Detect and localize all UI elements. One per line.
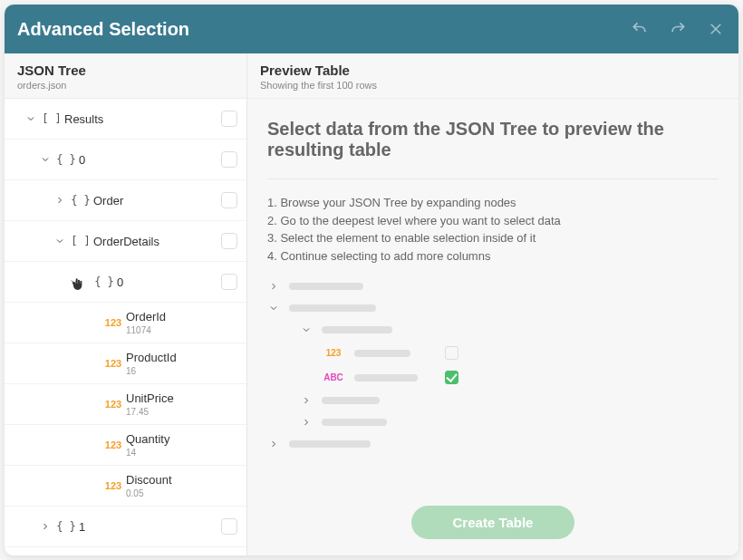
- type-object-icon: { }: [68, 194, 93, 207]
- type-object-icon: { }: [92, 275, 117, 288]
- undo-icon[interactable]: [630, 19, 650, 39]
- node-label: Order: [93, 194, 123, 208]
- leaf-name: Quantity: [126, 432, 237, 446]
- chevron-right-icon: [267, 281, 280, 292]
- tree-leaf-orderid[interactable]: 123 OrderId 11074: [5, 303, 246, 343]
- node-checkbox[interactable]: [221, 111, 237, 127]
- leaf-value: 17.45: [126, 407, 237, 417]
- redo-icon[interactable]: [668, 19, 688, 39]
- node-checkbox[interactable]: [221, 274, 237, 290]
- type-object-icon: { }: [53, 153, 79, 166]
- skeleton-bar: [289, 440, 371, 448]
- chevron-right-icon[interactable]: [52, 195, 68, 206]
- skeleton-bar: [289, 304, 376, 312]
- json-tree-title: JSON Tree: [17, 63, 234, 78]
- dialog-body: JSON Tree orders.json [ ] Results { } 0: [5, 53, 738, 555]
- type-number-icon: 123: [101, 399, 126, 410]
- instruction-item: 4. Continue selecting to add more column…: [267, 247, 719, 266]
- chevron-right-icon: [300, 395, 313, 406]
- dialog-title: Advanced Selection: [17, 19, 630, 40]
- preview-header: Preview Table Showing the first 100 rows: [247, 53, 738, 99]
- preview-panel: Preview Table Showing the first 100 rows…: [247, 53, 738, 555]
- preview-title: Preview Table: [260, 63, 726, 78]
- skeleton-row: [267, 281, 719, 292]
- leaf-name: ProductId: [126, 351, 237, 364]
- close-icon[interactable]: [706, 19, 726, 39]
- node-checkbox[interactable]: [221, 233, 237, 249]
- type-number-icon: 123: [101, 317, 126, 328]
- chevron-down-icon[interactable]: [23, 113, 39, 124]
- chevron-down-icon[interactable]: [37, 154, 53, 165]
- skeleton-bar: [354, 350, 410, 357]
- type-array-icon: [ ]: [68, 235, 93, 247]
- chevron-down-icon[interactable]: [66, 276, 82, 287]
- instructions-list: 1. Browse your JSON Tree by expanding no…: [267, 194, 719, 265]
- skeleton-checkbox-checked: [445, 371, 458, 384]
- tree-node-details-0[interactable]: { } 0: [5, 262, 246, 303]
- leaf-value: 11074: [126, 325, 237, 335]
- node-label: 0: [79, 153, 85, 167]
- divider: [267, 179, 719, 179]
- node-label: Results: [64, 112, 103, 126]
- skeleton-row: 123: [322, 346, 719, 360]
- tree-node-1[interactable]: { } 1: [5, 507, 246, 547]
- skeleton-row: [267, 439, 719, 449]
- tree-node-orderdetails[interactable]: [ ] OrderDetails: [5, 221, 246, 262]
- node-checkbox[interactable]: [221, 518, 237, 535]
- leaf-name: OrderId: [126, 310, 237, 323]
- skeleton-checkbox: [445, 346, 458, 360]
- type-object-icon: { }: [53, 520, 79, 533]
- leaf-name: UnitPrice: [126, 391, 237, 405]
- skeleton-tree: 123 ABC: [267, 281, 719, 449]
- chevron-right-icon[interactable]: [37, 521, 53, 532]
- skeleton-bar: [354, 374, 418, 381]
- tree-leaf-unitprice[interactable]: 123 UnitPrice 17.45: [5, 384, 246, 425]
- type-string-icon: ABC: [322, 372, 345, 382]
- chevron-down-icon[interactable]: [52, 236, 68, 246]
- skeleton-bar: [322, 419, 387, 426]
- node-label: OrderDetails: [93, 235, 159, 248]
- node-checkbox[interactable]: [221, 192, 237, 208]
- chevron-right-icon: [267, 439, 280, 449]
- skeleton-row: [300, 324, 719, 335]
- footer-bar: Create Table: [247, 493, 738, 555]
- instruction-item: 1. Browse your JSON Tree by expanding no…: [267, 194, 719, 212]
- type-number-icon: 123: [322, 348, 345, 358]
- titlebar: Advanced Selection: [5, 5, 738, 53]
- type-number-icon: 123: [101, 358, 126, 369]
- instruction-item: 3. Select the element to enable selectio…: [267, 229, 719, 247]
- tree-node-0[interactable]: { } 0: [5, 140, 246, 180]
- dialog-window: Advanced Selection JSON Tree orders.json: [5, 5, 738, 555]
- chevron-down-icon: [300, 324, 313, 335]
- node-checkbox[interactable]: [221, 151, 237, 168]
- tree-node-order[interactable]: { } Order: [5, 180, 246, 221]
- skeleton-row: [300, 417, 719, 428]
- json-tree[interactable]: [ ] Results { } 0 { } Order: [5, 99, 246, 555]
- chevron-down-icon: [267, 303, 280, 314]
- preview-heading: Select data from the JSON Tree to previe…: [267, 119, 719, 160]
- leaf-value: 16: [126, 366, 237, 376]
- skeleton-row: ABC: [322, 371, 719, 384]
- type-number-icon: 123: [101, 439, 126, 450]
- tree-leaf-quantity[interactable]: 123 Quantity 14: [5, 425, 246, 466]
- skeleton-bar: [322, 397, 380, 404]
- tree-leaf-productid[interactable]: 123 ProductId 16: [5, 343, 246, 384]
- skeleton-bar: [289, 283, 363, 290]
- json-tree-panel: JSON Tree orders.json [ ] Results { } 0: [5, 53, 247, 555]
- create-table-button[interactable]: Create Table: [411, 506, 575, 539]
- leaf-name: Discount: [126, 473, 237, 487]
- tree-leaf-discount[interactable]: 123 Discount 0.05: [5, 466, 246, 507]
- leaf-value: 14: [126, 448, 237, 458]
- titlebar-actions: [630, 19, 726, 39]
- preview-body: Select data from the JSON Tree to previe…: [247, 99, 738, 555]
- preview-subtitle: Showing the first 100 rows: [260, 80, 726, 91]
- leaf-value: 0.05: [126, 488, 237, 498]
- type-array-icon: [ ]: [39, 112, 64, 125]
- node-label: 1: [79, 520, 85, 534]
- node-label: 0: [117, 275, 123, 289]
- type-number-icon: 123: [101, 480, 126, 491]
- skeleton-bar: [322, 326, 392, 333]
- skeleton-row: [267, 303, 719, 314]
- tree-node-results[interactable]: [ ] Results: [5, 99, 246, 140]
- json-tree-filename: orders.json: [17, 80, 234, 91]
